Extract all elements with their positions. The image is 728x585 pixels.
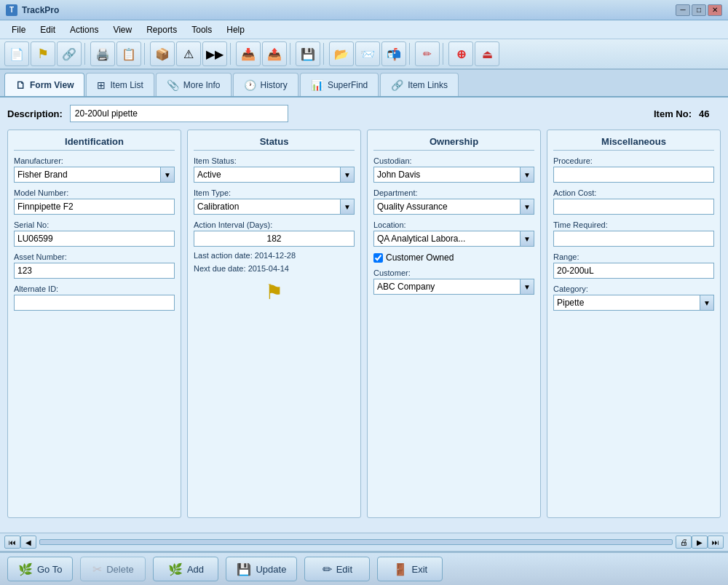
menu-file[interactable]: File — [4, 23, 33, 37]
model-number-input[interactable] — [14, 199, 175, 215]
custodian-label: Custodian: — [373, 156, 534, 165]
department-arrow[interactable]: ▼ — [520, 199, 534, 215]
range-input[interactable] — [553, 263, 714, 279]
tab-form-view[interactable]: 🗋 Form View — [4, 73, 84, 96]
customer-arrow[interactable]: ▼ — [520, 279, 534, 295]
tb-box[interactable]: 📦 — [150, 41, 175, 66]
edit-button[interactable]: ✏ Edit — [304, 557, 370, 581]
item-status-arrow[interactable]: ▼ — [340, 167, 355, 183]
action-cost-input[interactable] — [553, 199, 714, 215]
next-due-date: Next due date: 2015-04-14 — [194, 264, 355, 273]
tb-new[interactable]: 📄 — [4, 41, 29, 66]
update-button[interactable]: 💾 Update — [226, 557, 297, 581]
menu-actions[interactable]: Actions — [63, 23, 106, 37]
description-input[interactable] — [70, 105, 288, 122]
panels: Identification Manufacturer: ▼ Model Num… — [7, 130, 721, 518]
asset-number-label: Asset Number: — [14, 252, 175, 261]
tab-superfind-label: SuperFind — [328, 80, 368, 90]
toolbar: 📄 ⚑ 🔗 🖨️ 📋 📦 ⚠ ▶▶ 📥 📤 💾 📂 📨 📬 ✏ ⊕ ⏏ — [0, 39, 728, 70]
last-action-label: Last action date: — [194, 251, 253, 260]
tb-import[interactable]: 📥 — [236, 41, 261, 66]
tab-superfind[interactable]: 📊 SuperFind — [300, 73, 379, 96]
nav-print[interactable]: 🖨 — [676, 536, 692, 549]
customer-owned-checkbox[interactable] — [373, 253, 383, 263]
miscellaneous-panel: Miscellaneous Procedure: Action Cost: Ti… — [547, 130, 721, 518]
close-button[interactable]: ✕ — [708, 4, 722, 16]
tb-link[interactable]: 🔗 — [57, 41, 82, 66]
identification-title: Identification — [14, 136, 175, 151]
menu-reports[interactable]: Reports — [139, 23, 184, 37]
tb-forward[interactable]: ▶▶ — [202, 41, 227, 66]
tab-history[interactable]: 🕐 History — [233, 73, 298, 96]
item-type-input[interactable] — [194, 199, 340, 215]
serial-no-input[interactable] — [14, 231, 175, 247]
alternate-id-input[interactable] — [14, 295, 175, 311]
action-interval-input[interactable] — [194, 231, 355, 247]
tab-more-info[interactable]: 📎 More Info — [156, 73, 232, 96]
app-title: TrackPro — [22, 5, 676, 15]
nav-first[interactable]: ⏮ — [4, 536, 20, 549]
menu-tools[interactable]: Tools — [184, 23, 219, 37]
goto-button[interactable]: 🌿 Go To — [7, 557, 73, 581]
tab-history-icon: 🕐 — [244, 79, 256, 91]
item-status-input[interactable] — [194, 167, 340, 183]
miscellaneous-title: Miscellaneous — [553, 136, 714, 151]
manufacturer-arrow[interactable]: ▼ — [160, 167, 175, 183]
nav-last[interactable]: ⏭ — [708, 536, 724, 549]
tb-list[interactable]: 📋 — [116, 41, 141, 66]
next-due-value: 2015-04-14 — [248, 264, 289, 273]
flag-indicator: ⚑ — [194, 280, 355, 304]
tb-help[interactable]: ⊕ — [448, 41, 473, 66]
menu-view[interactable]: View — [106, 23, 139, 37]
item-status-select-wrap: ▼ — [194, 167, 355, 183]
tb-save[interactable]: 💾 — [296, 41, 320, 66]
time-required-input[interactable] — [553, 231, 714, 247]
procedure-input[interactable] — [553, 167, 714, 183]
tb-open[interactable]: 📂 — [329, 41, 354, 66]
department-input[interactable] — [373, 199, 520, 215]
delete-button[interactable]: ✂ Delete — [80, 557, 146, 581]
add-button[interactable]: 🌿 Add — [153, 557, 218, 581]
menu-edit[interactable]: Edit — [33, 23, 63, 37]
tb-print[interactable]: 🖨️ — [90, 41, 115, 66]
item-no-label: Item No: — [654, 108, 692, 119]
exit-button[interactable]: 🚪 Exit — [377, 557, 443, 581]
item-type-arrow[interactable]: ▼ — [340, 199, 355, 215]
custodian-input[interactable] — [373, 167, 520, 183]
category-input[interactable] — [553, 295, 700, 311]
tb-triangle[interactable]: ⚠ — [176, 41, 201, 66]
customer-input[interactable] — [373, 279, 520, 295]
asset-number-input[interactable] — [14, 263, 175, 279]
tb-send[interactable]: 📨 — [355, 41, 380, 66]
category-select-wrap: ▼ — [553, 295, 714, 311]
location-input[interactable] — [373, 231, 520, 247]
tb-receive[interactable]: 📬 — [381, 41, 406, 66]
tab-item-list[interactable]: ⊞ Item List — [86, 73, 154, 96]
tb-flag[interactable]: ⚑ — [31, 41, 55, 66]
manufacturer-input[interactable] — [14, 167, 160, 183]
tb-edit2[interactable]: ✏ — [415, 41, 440, 66]
customer-select-wrap: ▼ — [373, 279, 534, 295]
edit-icon: ✏ — [323, 562, 332, 576]
tb-exit[interactable]: ⏏ — [475, 41, 499, 66]
last-action-value: 2014-12-28 — [255, 251, 296, 260]
app-icon: T — [6, 4, 17, 16]
custodian-arrow[interactable]: ▼ — [520, 167, 534, 183]
department-select-wrap: ▼ — [373, 199, 534, 215]
nav-next[interactable]: ▶ — [692, 536, 708, 549]
tab-item-links[interactable]: 🔗 Item Links — [380, 73, 459, 96]
tb-sep2 — [144, 43, 147, 65]
tab-history-label: History — [261, 80, 288, 90]
minimize-button[interactable]: ─ — [676, 4, 690, 16]
action-bar: 🌿 Go To ✂ Delete 🌿 Add 💾 Update ✏ Edit 🚪… — [0, 552, 728, 585]
add-icon: 🌿 — [168, 562, 183, 576]
nav-prev[interactable]: ◀ — [20, 536, 36, 549]
procedure-label: Procedure: — [553, 156, 714, 165]
tab-item-list-label: Item List — [110, 80, 143, 90]
maximize-button[interactable]: □ — [692, 4, 706, 16]
nav-track[interactable] — [39, 539, 673, 545]
category-arrow[interactable]: ▼ — [700, 295, 714, 311]
tb-export[interactable]: 📤 — [262, 41, 287, 66]
location-arrow[interactable]: ▼ — [520, 231, 534, 247]
menu-help[interactable]: Help — [219, 23, 252, 37]
